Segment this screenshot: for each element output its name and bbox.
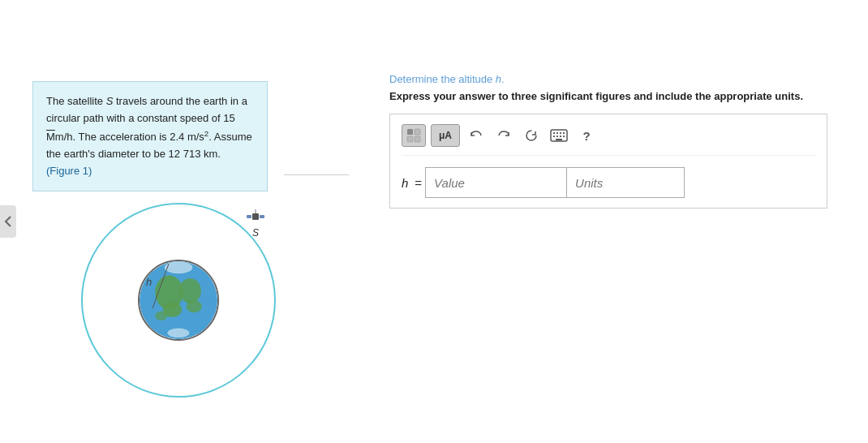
altitude-label: h bbox=[136, 260, 177, 319]
svg-rect-16 bbox=[415, 136, 420, 142]
svg-rect-14 bbox=[415, 129, 420, 135]
svg-rect-24 bbox=[556, 135, 558, 137]
toolbar: μΑ bbox=[402, 124, 815, 156]
svg-rect-23 bbox=[553, 135, 555, 137]
svg-point-7 bbox=[168, 329, 190, 338]
svg-point-4 bbox=[187, 300, 202, 312]
right-panel: Determine the altitude h. Express your a… bbox=[389, 73, 827, 209]
problem-text: The satellite S travels around the earth… bbox=[46, 95, 252, 160]
satellite-label: S bbox=[247, 227, 264, 239]
problem-box: The satellite S travels around the earth… bbox=[32, 81, 268, 191]
svg-rect-8 bbox=[252, 213, 259, 220]
determine-text: Determine the altitude h. bbox=[389, 73, 827, 85]
divider bbox=[284, 174, 349, 175]
svg-rect-9 bbox=[247, 215, 251, 218]
ua-label: μΑ bbox=[439, 130, 452, 141]
answer-box: μΑ bbox=[389, 114, 827, 209]
svg-line-12 bbox=[153, 264, 169, 308]
units-input[interactable] bbox=[567, 167, 685, 198]
left-nav-arrow[interactable] bbox=[0, 205, 16, 238]
svg-rect-10 bbox=[260, 215, 264, 218]
svg-rect-15 bbox=[407, 136, 413, 142]
svg-point-3 bbox=[179, 278, 201, 303]
svg-point-17 bbox=[526, 131, 536, 140]
value-input[interactable] bbox=[425, 167, 567, 198]
instruction-text: Express your answer to three significant… bbox=[389, 90, 827, 102]
svg-rect-27 bbox=[556, 139, 562, 140]
undo-button[interactable] bbox=[465, 124, 488, 147]
svg-rect-22 bbox=[563, 132, 565, 134]
ua-button[interactable]: μΑ bbox=[431, 124, 460, 147]
svg-rect-21 bbox=[560, 132, 561, 134]
keyboard-button[interactable] bbox=[548, 124, 570, 147]
equals-sign: = bbox=[415, 176, 422, 190]
input-row: h = bbox=[402, 167, 815, 198]
h-label: h bbox=[402, 176, 408, 190]
svg-rect-26 bbox=[563, 135, 565, 137]
svg-rect-25 bbox=[560, 135, 561, 137]
help-icon: ? bbox=[582, 129, 590, 143]
svg-rect-20 bbox=[556, 132, 558, 134]
satellite: S bbox=[247, 209, 264, 239]
help-button[interactable]: ? bbox=[575, 124, 598, 147]
figure-link[interactable]: (Figure 1) bbox=[46, 165, 92, 177]
diagram-area: S h bbox=[49, 187, 308, 414]
matrix-button[interactable] bbox=[402, 124, 426, 147]
svg-rect-19 bbox=[553, 132, 555, 134]
svg-rect-13 bbox=[407, 129, 413, 135]
redo-button[interactable] bbox=[492, 124, 515, 147]
refresh-button[interactable] bbox=[520, 124, 543, 147]
altitude-text: h bbox=[146, 276, 152, 288]
